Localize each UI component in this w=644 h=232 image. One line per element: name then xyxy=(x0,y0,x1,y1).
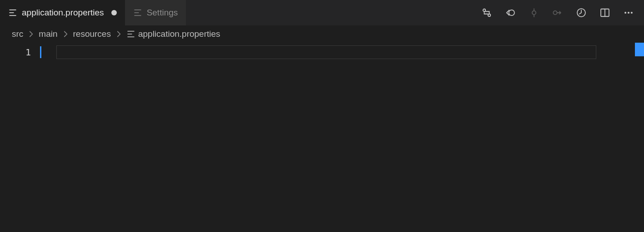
overview-ruler[interactable] xyxy=(635,43,644,232)
split-editor-icon[interactable] xyxy=(599,6,611,19)
breadcrumb-file[interactable]: application.properties xyxy=(126,29,220,39)
tabs-container: application.properties Settings xyxy=(0,0,471,25)
tab-settings[interactable]: Settings xyxy=(125,0,186,25)
svg-point-10 xyxy=(532,11,536,15)
file-lines-icon xyxy=(126,30,135,39)
commit-icon[interactable] xyxy=(528,6,540,19)
tab-bar: application.properties Settings xyxy=(0,0,644,25)
chevron-right-icon xyxy=(61,30,70,38)
file-lines-icon xyxy=(8,8,17,17)
current-line-highlight xyxy=(56,45,596,59)
svg-point-16 xyxy=(624,12,626,14)
tab-application-properties[interactable]: application.properties xyxy=(0,0,125,25)
chevron-right-icon xyxy=(115,30,123,38)
code-area[interactable] xyxy=(40,43,644,232)
overview-marker xyxy=(635,43,644,56)
breadcrumb-segment[interactable]: src xyxy=(12,29,23,39)
revert-icon[interactable] xyxy=(504,6,517,19)
breadcrumb: src main resources application.propertie… xyxy=(0,25,644,43)
svg-point-8 xyxy=(509,10,514,15)
file-lines-icon xyxy=(133,8,142,17)
tab-actions xyxy=(471,0,644,25)
gutter: 1 xyxy=(0,43,40,232)
dirty-indicator-icon[interactable] xyxy=(111,10,117,15)
editor-cursor xyxy=(40,46,41,58)
compare-changes-icon[interactable] xyxy=(480,6,493,19)
breadcrumb-segment[interactable]: resources xyxy=(73,29,111,39)
breadcrumb-segment[interactable]: main xyxy=(39,29,57,39)
svg-point-17 xyxy=(628,12,629,14)
tab-label: application.properties xyxy=(22,8,104,18)
editor: 1 xyxy=(0,43,644,232)
line-number[interactable]: 1 xyxy=(0,45,31,59)
svg-point-12 xyxy=(553,11,557,15)
breadcrumb-file-label: application.properties xyxy=(138,29,220,39)
chevron-right-icon xyxy=(27,30,35,38)
more-icon[interactable] xyxy=(622,6,635,19)
timeline-icon[interactable] xyxy=(575,6,588,19)
push-icon[interactable] xyxy=(551,6,564,19)
svg-point-18 xyxy=(631,12,633,14)
tab-label: Settings xyxy=(147,8,178,18)
